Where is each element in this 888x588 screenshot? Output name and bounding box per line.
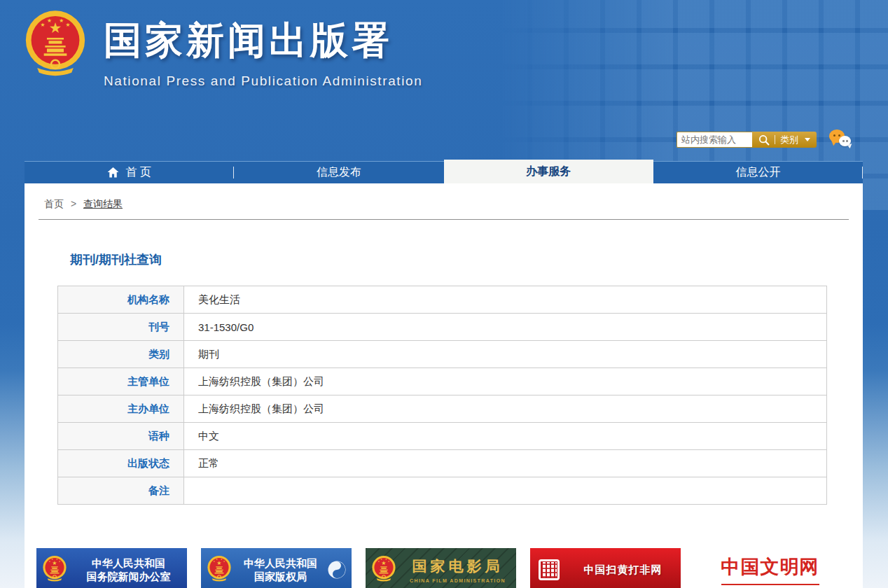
site-title: 国家新闻出版署 (104, 15, 422, 66)
row-value: 上海纺织控股（集团）公司 (184, 396, 827, 423)
row-label: 备注 (58, 477, 184, 505)
search-input[interactable] (677, 132, 752, 148)
chevron-down-icon[interactable] (805, 138, 810, 141)
row-label: 主办单位 (58, 396, 184, 423)
row-value: 美化生活 (184, 286, 827, 314)
row-label: 出版状态 (58, 450, 184, 477)
copyright-swirl-icon (328, 561, 346, 579)
banner-anti-pornography-illegal-publications[interactable]: 中国扫黄打非网 (530, 548, 681, 588)
national-emblem-icon (25, 8, 85, 84)
site-subtitle: National Press and Publication Administr… (104, 74, 422, 89)
search-controls: 类别 (752, 132, 817, 148)
nav-separator (862, 167, 863, 178)
search-icon[interactable] (758, 134, 770, 146)
banner-line1: 国家电影局 (399, 556, 516, 576)
site-search-bar: 类别 (677, 132, 817, 148)
nav-label: 信息公开 (735, 165, 780, 180)
banner-line2: 国务院新闻办公室 (70, 570, 187, 584)
row-value: 期刊 (184, 341, 827, 368)
breadcrumb-home-link[interactable]: 首页 (44, 198, 64, 209)
banner-line1: 中华人民共和国 (235, 556, 326, 570)
journal-info-table: 机构名称 美化生活 刊号 31-1530/G0 类别 期刊 主管单位 上海纺织控… (57, 286, 827, 505)
category-dropdown[interactable]: 类别 (780, 134, 798, 146)
content-area: 首页 > 查询结果 期刊/期刊社查询 机构名称 美化生活 刊号 31-1530/… (25, 183, 863, 588)
table-row: 刊号 31-1530/G0 (58, 314, 827, 341)
banner-line2: 国家版权局 (235, 570, 326, 584)
row-value: 正常 (184, 450, 827, 477)
national-emblem-icon (207, 555, 231, 584)
row-value: 上海纺织控股（集团）公司 (184, 368, 827, 396)
wechat-icon[interactable] (829, 130, 853, 150)
page: 国家新闻出版署 National Press and Publication A… (0, 0, 888, 588)
main-nav: 首 页 信息发布 办事服务 信息公开 (25, 161, 863, 183)
row-label: 刊号 (58, 314, 184, 341)
banner-line1: 中国扫黄打非网 (565, 563, 681, 577)
site-header: 国家新闻出版署 National Press and Publication A… (0, 0, 888, 161)
national-emblem-icon (43, 555, 67, 584)
table-row: 主管单位 上海纺织控股（集团）公司 (58, 368, 827, 396)
banner-china-civilization-net[interactable]: 中国文明网 (695, 548, 845, 588)
banner-state-council-info-office[interactable]: 中华人民共和国 国务院新闻办公室 (36, 548, 187, 588)
site-title-block: 国家新闻出版署 National Press and Publication A… (104, 15, 422, 89)
table-row: 语种 中文 (58, 423, 827, 450)
table-row: 出版状态 正常 (58, 450, 827, 477)
table-row: 主办单位 上海纺织控股（集团）公司 (58, 396, 827, 423)
table-row: 类别 期刊 (58, 341, 827, 368)
footer-banner-row: 中华人民共和国 国务院新闻办公室 中华人民共和国 国家版权局 国家电影局 CHI… (36, 548, 845, 588)
banner-china-film-administration[interactable]: 国家电影局 CHINA FILM ADMINISTRATION (366, 548, 516, 588)
page-title: 期刊/期刊社查询 (70, 251, 863, 268)
nav-label: 办事服务 (526, 164, 571, 179)
nav-item-news[interactable]: 信息发布 (234, 162, 443, 183)
nav-label: 首 页 (125, 165, 151, 180)
row-label: 语种 (58, 423, 184, 450)
banner-line1: 中国文明网 (721, 554, 819, 585)
divider (775, 135, 775, 144)
row-label: 类别 (58, 341, 184, 368)
home-icon (107, 167, 119, 178)
table-row: 备注 (58, 477, 827, 505)
row-label: 主管单位 (58, 368, 184, 396)
nav-item-disclosure[interactable]: 信息公开 (653, 162, 863, 183)
banner-line2: CHINA FILM ADMINISTRATION (399, 578, 516, 583)
breadcrumb-current-link[interactable]: 查询结果 (83, 198, 123, 209)
nav-label: 信息发布 (317, 165, 361, 180)
breadcrumb-separator: > (71, 198, 76, 209)
row-value: 31-1530/G0 (184, 314, 827, 341)
national-emblem-icon (372, 555, 396, 584)
seal-icon (539, 559, 560, 580)
banner-national-copyright-administration[interactable]: 中华人民共和国 国家版权局 (201, 548, 352, 588)
nav-item-home[interactable]: 首 页 (25, 162, 234, 183)
nav-item-services[interactable]: 办事服务 (444, 160, 653, 184)
row-value: 中文 (184, 423, 827, 450)
banner-line1: 中华人民共和国 (70, 556, 187, 570)
row-label: 机构名称 (58, 286, 184, 314)
breadcrumb: 首页 > 查询结果 (39, 183, 849, 220)
row-value (184, 477, 827, 505)
table-row: 机构名称 美化生活 (58, 286, 827, 314)
